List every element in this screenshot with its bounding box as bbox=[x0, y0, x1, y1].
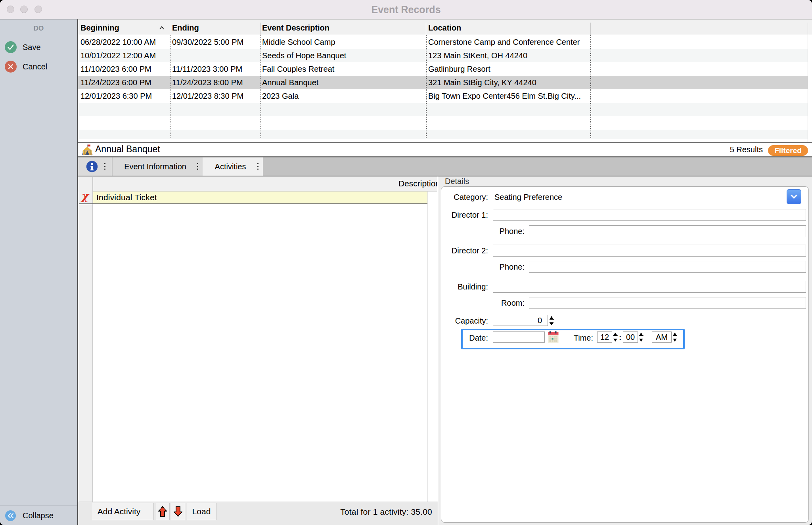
activity-row[interactable]: Individual Ticket bbox=[93, 192, 427, 203]
tab-bar: Event Information Activities bbox=[78, 157, 812, 176]
info-menu-dots-icon[interactable] bbox=[104, 163, 106, 170]
capacity-label: Capacity: bbox=[436, 316, 488, 326]
tab-event-information-label: Event Information bbox=[113, 157, 198, 176]
filtered-badge[interactable]: Filtered bbox=[768, 145, 808, 156]
sort-ascending-icon bbox=[159, 25, 165, 32]
sidebar-bottom-divider bbox=[0, 506, 77, 506]
column-header-location[interactable]: Location bbox=[428, 23, 461, 33]
category-value: Seating Preference bbox=[494, 193, 562, 202]
time-hour-input[interactable] bbox=[597, 331, 612, 343]
results-count: 5 Results bbox=[730, 143, 763, 156]
tab-activities[interactable]: Activities bbox=[203, 157, 263, 176]
tab-activities-menu-icon[interactable] bbox=[257, 163, 259, 170]
cell-beginning: 10/01/2022 12:00 AM bbox=[80, 49, 170, 62]
time-meridiem-input[interactable] bbox=[652, 331, 672, 343]
details-panel-title: Details bbox=[445, 177, 469, 186]
collapse-chevrons-icon bbox=[5, 510, 16, 521]
activities-total: Total for 1 activity: 35.00 bbox=[340, 503, 432, 520]
time-hour-stepper[interactable] bbox=[613, 332, 618, 343]
cell-ending: 09/30/2022 5:00 PM bbox=[172, 35, 261, 49]
cell-ending bbox=[172, 49, 261, 62]
table-row-selected[interactable]: 11/24/2023 6:00 PM 11/24/2023 8:00 PM An… bbox=[78, 76, 808, 89]
cell-location: Gatlinburg Resort bbox=[428, 62, 589, 76]
time-minute-stepper[interactable] bbox=[639, 332, 643, 343]
tab-event-information[interactable]: Event Information bbox=[113, 157, 203, 176]
info-icon[interactable] bbox=[86, 161, 98, 172]
phone2-input[interactable] bbox=[529, 261, 806, 273]
capacity-input[interactable] bbox=[493, 315, 548, 326]
tent-icon bbox=[82, 144, 93, 157]
capacity-stepper[interactable] bbox=[549, 316, 554, 327]
move-down-button[interactable] bbox=[171, 503, 185, 520]
cell-location: Big Town Expo Center456 Elm St.Big City.… bbox=[428, 89, 589, 103]
sidebar-header: DO bbox=[0, 25, 77, 33]
minimize-window-button[interactable] bbox=[20, 6, 28, 13]
cell-location: Cornerstone Camp and Conference Center bbox=[428, 35, 589, 49]
save-button[interactable]: Save bbox=[5, 41, 77, 53]
title-bar: Event Records bbox=[0, 0, 812, 19]
building-input[interactable] bbox=[493, 281, 806, 293]
room-label: Room: bbox=[476, 299, 525, 308]
add-activity-button[interactable]: Add Activity bbox=[92, 503, 154, 520]
activities-list-panel: Description χ Individual Ticket Add Acti… bbox=[78, 176, 438, 525]
tab-activities-label: Activities bbox=[203, 157, 258, 176]
tab-event-information-menu-icon[interactable] bbox=[197, 163, 199, 170]
director2-label: Director 2: bbox=[436, 246, 488, 255]
table-scrollbar-track[interactable] bbox=[808, 35, 812, 142]
activities-toolbar: Add Activity Load Total for 1 activity: … bbox=[78, 502, 438, 525]
cell-ending: 12/01/2023 8:30 PM bbox=[172, 89, 261, 103]
description-column-header[interactable]: Description bbox=[398, 176, 437, 191]
cancel-button[interactable]: Cancel bbox=[5, 61, 77, 73]
move-up-button[interactable] bbox=[156, 503, 170, 520]
save-button-label: Save bbox=[23, 41, 41, 53]
phone1-label: Phone: bbox=[476, 227, 525, 236]
cell-beginning: 12/01/2023 6:30 PM bbox=[80, 89, 170, 103]
category-dropdown-button[interactable] bbox=[787, 189, 801, 204]
window-title: Event Records bbox=[0, 0, 812, 19]
category-label: Category: bbox=[436, 193, 488, 202]
activity-description[interactable]: Individual Ticket bbox=[93, 192, 427, 203]
event-records-window: Event Records DO Save Cancel Collapse Be… bbox=[0, 0, 812, 525]
cancel-button-label: Cancel bbox=[23, 61, 47, 73]
status-record-title: Annual Banquet bbox=[95, 143, 160, 156]
table-row[interactable]: 12/01/2023 6:30 PM 12/01/2023 8:30 PM 20… bbox=[78, 89, 808, 103]
close-window-button[interactable] bbox=[7, 6, 14, 13]
delete-activity-icon[interactable]: χ bbox=[78, 190, 91, 202]
director1-label: Director 1: bbox=[436, 211, 488, 220]
cell-ending: 11/11/2023 3:00 PM bbox=[172, 62, 261, 76]
cell-beginning: 11/24/2023 6:00 PM bbox=[80, 76, 170, 89]
cell-ending: 11/24/2023 8:00 PM bbox=[172, 76, 261, 89]
date-input[interactable] bbox=[493, 331, 545, 343]
time-label: Time: bbox=[551, 333, 593, 343]
date-label: Date: bbox=[436, 333, 488, 343]
cell-description: Annual Banquet bbox=[262, 76, 425, 89]
time-meridiem-stepper[interactable] bbox=[672, 332, 677, 343]
cell-description: Middle School Camp bbox=[262, 35, 425, 49]
collapse-button[interactable]: Collapse bbox=[5, 510, 77, 521]
cell-location: 123 Main StKent, OH 44240 bbox=[428, 49, 589, 62]
record-status-bar: Annual Banquet 5 Results Filtered bbox=[78, 143, 812, 156]
cell-beginning: 11/10/2023 6:00 PM bbox=[80, 62, 170, 76]
cancel-x-icon bbox=[5, 61, 17, 73]
save-check-icon bbox=[5, 41, 17, 53]
building-label: Building: bbox=[436, 282, 488, 291]
director1-input[interactable] bbox=[493, 209, 806, 221]
column-header-beginning[interactable]: Beginning bbox=[80, 23, 119, 33]
director2-input[interactable] bbox=[493, 245, 806, 257]
room-input[interactable] bbox=[529, 297, 806, 309]
zoom-window-button[interactable] bbox=[34, 6, 42, 13]
cell-location: 321 Main StBig City, KY 44240 bbox=[428, 76, 589, 89]
column-header-ending[interactable]: Ending bbox=[172, 23, 199, 33]
column-header-description[interactable]: Event Description bbox=[262, 23, 329, 33]
table-row[interactable]: 06/28/2022 10:00 AM 09/30/2022 5:00 PM M… bbox=[78, 35, 808, 49]
phone1-input[interactable] bbox=[529, 225, 806, 237]
table-row[interactable]: 10/01/2022 12:00 AM Seeds of Hope Banque… bbox=[78, 49, 808, 62]
table-row[interactable]: 11/10/2023 6:00 PM 11/11/2023 3:00 PM Fa… bbox=[78, 62, 808, 76]
load-button[interactable]: Load bbox=[187, 503, 216, 520]
activities-gutter bbox=[79, 177, 92, 502]
sidebar bbox=[0, 19, 77, 525]
collapse-button-label: Collapse bbox=[23, 510, 54, 521]
activities-list-header: Description bbox=[78, 176, 437, 191]
cell-beginning: 06/28/2022 10:00 AM bbox=[80, 35, 170, 49]
time-minute-input[interactable] bbox=[623, 331, 638, 343]
